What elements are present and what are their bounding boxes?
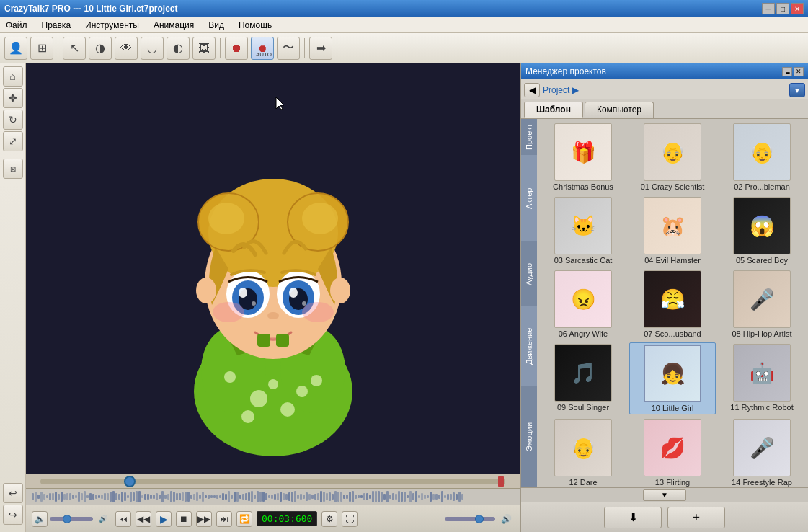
grid-tool-button[interactable]: ⊞: [30, 37, 53, 60]
wave-bar: [182, 492, 184, 501]
fast-forward-button[interactable]: ⏭: [216, 511, 232, 527]
panel-dropdown-button[interactable]: ▼: [789, 83, 805, 97]
character-item-4[interactable]: 🐹04 Evil Hamster: [629, 195, 716, 266]
wave-bar: [101, 495, 103, 499]
restore-button[interactable]: □: [776, 3, 789, 14]
character-item-8[interactable]: 🎤08 Hip-Hop Artist: [719, 269, 805, 340]
wave-bar: [343, 495, 345, 500]
character-item-9[interactable]: 🎵09 Soul Singer: [540, 342, 626, 414]
menu-tools[interactable]: Инструменты: [82, 19, 142, 31]
wave-bar: [242, 494, 244, 500]
close-button[interactable]: ✕: [791, 3, 804, 14]
volume-button[interactable]: 🔈: [32, 511, 48, 527]
home-side-button[interactable]: ⌂: [3, 66, 23, 87]
character-grid-container[interactable]: 🎁Christmas Bonus👴01 Crazy Scientist👴02 P…: [537, 119, 808, 487]
wave-bar: [294, 491, 296, 502]
panel-close-button[interactable]: ✕: [794, 67, 804, 76]
character-thumbnail-3: 🐱: [554, 197, 612, 254]
svg-point-9: [224, 371, 236, 383]
volume-slider[interactable]: [50, 517, 93, 521]
character-item-3[interactable]: 🐱03 Sarcastic Cat: [540, 195, 626, 266]
character-item-12[interactable]: 👴12 Dare: [540, 417, 626, 487]
next-frame-button[interactable]: ▶▶: [196, 511, 212, 527]
export-tool-button[interactable]: ➡: [309, 37, 332, 60]
character-item-14[interactable]: 🎤14 Freestyle Rap: [719, 417, 805, 487]
stop-button[interactable]: ⏹: [176, 511, 192, 527]
tab-template[interactable]: Шаблон: [524, 102, 583, 118]
character-item-1[interactable]: 👴01 Crazy Scientist: [629, 122, 716, 192]
character-item-0[interactable]: 🎁Christmas Bonus: [540, 122, 626, 192]
scroll-down-button[interactable]: ▼: [643, 489, 686, 501]
rewind-button[interactable]: ⏮: [115, 511, 131, 527]
character-item-13[interactable]: 💋13 Flirting: [629, 417, 716, 487]
mouth-tool-button[interactable]: ◡: [141, 37, 164, 60]
character-label-4: 04 Evil Hamster: [644, 256, 701, 265]
output-volume-slider[interactable]: [445, 517, 495, 521]
person-tool-button[interactable]: 👤: [4, 37, 27, 60]
canvas-viewport[interactable]: [26, 63, 520, 474]
breadcrumb[interactable]: Project ▶: [543, 85, 579, 95]
timeline-scrubber[interactable]: [26, 474, 520, 489]
undo-side-button[interactable]: ↩: [3, 483, 23, 503]
head-tool-button[interactable]: ◑: [89, 37, 112, 60]
rotate-side-button[interactable]: ↻: [3, 110, 23, 130]
label-emotions[interactable]: Эмоции: [521, 386, 537, 487]
label-actor[interactable]: Актер: [521, 155, 537, 241]
character-canvas: [122, 81, 425, 456]
wave-bar: [136, 491, 138, 502]
wave-bar: [297, 495, 299, 498]
character-item-2[interactable]: 👴02 Pro...bleman: [719, 122, 805, 192]
menu-help[interactable]: Помощь: [236, 19, 275, 31]
panel-add-button[interactable]: ＋: [667, 507, 725, 528]
label-project[interactable]: Проект: [521, 119, 537, 155]
minimize-button[interactable]: ─: [762, 3, 775, 14]
menu-animation[interactable]: Анимация: [151, 19, 197, 31]
fitview-side-button[interactable]: ⊠: [3, 159, 23, 179]
wave-bar: [141, 495, 143, 499]
cursor-tool-button[interactable]: ↖: [63, 37, 86, 60]
scrubber-track[interactable]: [40, 479, 505, 484]
wave-bar: [265, 493, 267, 501]
svg-rect-35: [257, 334, 270, 347]
panel-back-button[interactable]: ◀: [524, 83, 540, 97]
scrubber-thumb[interactable]: [124, 476, 136, 487]
output-volume-thumb[interactable]: [475, 515, 484, 523]
panel-minimize-button[interactable]: 🗕: [782, 67, 792, 76]
character-thumbnail-10: 👧: [644, 345, 701, 402]
time-settings-button[interactable]: ⚙: [321, 511, 337, 527]
scale-side-button[interactable]: ⤢: [3, 131, 23, 151]
character-label-5: 05 Scared Boy: [736, 256, 788, 265]
auto-record-tool-button[interactable]: ⏺ AUTO: [251, 37, 274, 60]
redo-side-button[interactable]: ↪: [3, 505, 23, 525]
panel-download-button[interactable]: ⬇: [604, 507, 662, 528]
label-audio[interactable]: Аудио: [521, 241, 537, 306]
character-item-11[interactable]: 🤖11 Rythmic Robot: [719, 342, 805, 414]
image-tool-button[interactable]: 🖼: [192, 37, 216, 60]
waveform-tool-button[interactable]: 〜: [277, 37, 300, 60]
fullscreen-button[interactable]: ⛶: [342, 511, 358, 527]
menu-file[interactable]: Файл: [3, 19, 30, 31]
panel-scroll-indicator[interactable]: ▼: [521, 487, 808, 502]
toolbar-separator-3: [304, 38, 305, 58]
menu-edit[interactable]: Правка: [39, 19, 74, 31]
wave-bar: [450, 494, 452, 500]
character-item-10[interactable]: 👧10 Little Girl: [629, 342, 716, 414]
tab-computer[interactable]: Компьютер: [585, 102, 654, 118]
wave-bar: [98, 495, 100, 498]
character-label-12: 12 Dare: [569, 478, 597, 487]
play-button[interactable]: ▶: [156, 511, 172, 527]
volume-thumb[interactable]: [63, 515, 71, 523]
menu-view[interactable]: Вид: [205, 19, 227, 31]
wave-bar: [193, 494, 195, 500]
eye-tool-button[interactable]: 👁: [115, 37, 138, 60]
label-movement[interactable]: Движение: [521, 306, 537, 386]
move-side-button[interactable]: ✥: [3, 88, 23, 108]
character-item-7[interactable]: 😤07 Sco...usband: [629, 269, 716, 340]
character-item-6[interactable]: 😠06 Angry Wife: [540, 269, 626, 340]
record-tool-button[interactable]: ⏺: [225, 37, 248, 60]
profile-tool-button[interactable]: ◐: [167, 37, 190, 60]
prev-frame-button[interactable]: ◀◀: [136, 511, 151, 527]
character-item-5[interactable]: 😱05 Scared Boy: [719, 195, 805, 266]
svg-point-4: [250, 390, 267, 407]
loop-button[interactable]: 🔁: [236, 511, 252, 527]
